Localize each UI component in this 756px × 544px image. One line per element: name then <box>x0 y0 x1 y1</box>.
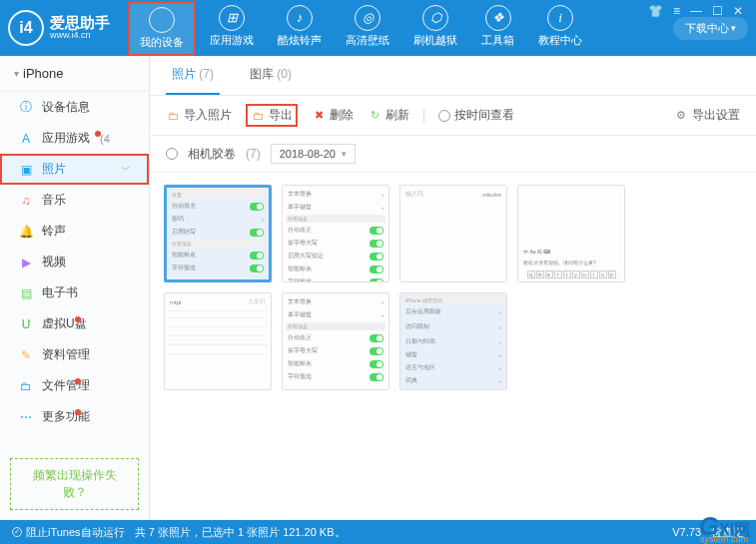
refresh-icon: ↻ <box>368 109 381 123</box>
sidebar-icon: ⋯ <box>18 409 34 425</box>
sidebar-label: 视频 <box>42 254 66 271</box>
delete-button[interactable]: ✖删除 <box>312 107 354 124</box>
camera-roll-label: 相机胶卷 <box>188 146 236 163</box>
notification-dot <box>75 409 81 415</box>
nav-label: 高清壁纸 <box>346 33 389 48</box>
logo-icon: i4 <box>8 10 44 46</box>
nav-label: 工具箱 <box>481 33 514 48</box>
status-bar: ✓阻止iTunes自动运行 共 7 张照片，已选中 1 张照片 121.20 K… <box>0 520 756 544</box>
block-itunes-toggle[interactable]: ✓阻止iTunes自动运行 <box>12 525 125 540</box>
photo-thumb[interactable]: 输入码mkulxs <box>399 185 507 282</box>
notification-dot <box>75 378 81 384</box>
sidebar-icon: ✎ <box>18 347 34 363</box>
download-center-button[interactable]: 下载中心▾ <box>673 17 748 40</box>
menu-button[interactable]: ≡ <box>670 4 683 18</box>
nav-item-2[interactable]: ♪酷炫铃声 <box>268 1 332 56</box>
sidebar-item-0[interactable]: ⓘ设备信息 <box>0 92 149 123</box>
sidebar-item-7[interactable]: U虚拟U盘 <box>0 308 149 339</box>
nav-label: 教程中心 <box>538 33 582 48</box>
content-tabs: 照片 (7)图库 (0) <box>150 56 756 96</box>
minimize-button[interactable]: — <box>687 4 705 18</box>
nav-icon: ❖ <box>485 5 511 31</box>
photo-thumb[interactable]: 中 Ao 简 ⌨ 教程才没有烦恼。请问有什么事? qwertyuiop <box>517 185 625 282</box>
nav-icon: ⬡ <box>422 5 448 31</box>
sidebar-icon: 🗀 <box>18 378 34 394</box>
sidebar-label: 文件管理 <box>42 377 90 394</box>
app-url: www.i4.cn <box>50 31 110 41</box>
sidebar-item-5[interactable]: ▶视频 <box>0 247 149 277</box>
nav-item-4[interactable]: ⬡刷机越狱 <box>403 1 467 56</box>
sidebar-label: 应用游戏 <box>42 130 90 147</box>
thumbnail-grid: 设置 自动填充 密码› 启用听写 所有键盘 智能标点 字符预览 文本替换› 单手… <box>150 173 756 520</box>
photo-thumb[interactable]: 文本替换› 单手键盘› 所有键盘 自动改正 首字母大写 启用大写锁定 智能标点 … <box>282 185 389 282</box>
nav-label: 应用游戏 <box>210 33 254 48</box>
sidebar-label: 资料管理 <box>42 346 90 363</box>
sidebar-item-2[interactable]: ▣照片﹀ <box>0 154 149 185</box>
chevron-down-icon: ﹀ <box>121 163 131 177</box>
sidebar-label: 设备信息 <box>42 99 90 116</box>
delete-icon: ✖ <box>312 109 326 123</box>
filter-row: 相机胶卷 (7) 2018-08-20▾ <box>150 136 756 173</box>
photo-thumb[interactable]: mtpl大家好 <box>164 292 272 390</box>
help-link[interactable]: 频繁出现操作失败？ <box>10 458 139 510</box>
top-nav: 我的设备⊞应用游戏♪酷炫铃声◎高清壁纸⬡刷机越狱❖工具箱i教程中心 <box>128 1 592 56</box>
notification-dot <box>95 131 101 137</box>
nav-icon: ♪ <box>287 5 313 31</box>
tab-0[interactable]: 照片 (7) <box>166 56 220 95</box>
device-name-label: iPhone <box>23 66 63 81</box>
skin-button[interactable]: 👕 <box>645 4 666 18</box>
export-settings-button[interactable]: ⚙导出设置 <box>674 107 740 124</box>
sidebar-item-3[interactable]: ♫音乐 <box>0 185 149 216</box>
sidebar-count: (4 <box>100 133 110 145</box>
camera-roll-radio[interactable] <box>166 148 178 160</box>
sidebar: ▾ iPhone ⓘ设备信息A应用游戏(4▣照片﹀♫音乐🔔铃声▶视频▤电子书U虚… <box>0 56 150 520</box>
sidebar-icon: ▤ <box>18 285 34 301</box>
sidebar-item-10[interactable]: ⋯更多功能 <box>0 401 149 432</box>
gear-icon: ⚙ <box>674 109 688 123</box>
photo-thumb[interactable]: 文本替换› 单手键盘› 所有键盘 自动改正 首字母大写 智能标点 字符预览 <box>282 292 389 390</box>
import-button[interactable]: 🗀导入照片 <box>166 107 232 124</box>
sidebar-icon: U <box>18 316 34 332</box>
sidebar-icon: A <box>18 131 34 147</box>
sidebar-label: 更多功能 <box>42 408 90 425</box>
app-title: 爱思助手 <box>50 15 110 32</box>
notification-dot <box>75 316 81 322</box>
maximize-button[interactable]: ☐ <box>709 4 726 18</box>
nav-item-3[interactable]: ◎高清壁纸 <box>336 1 399 56</box>
sidebar-item-4[interactable]: 🔔铃声 <box>0 216 149 247</box>
camera-roll-count: (7) <box>246 147 261 161</box>
status-info: 共 7 张照片，已选中 1 张照片 121.20 KB。 <box>135 525 346 540</box>
sidebar-label: 照片 <box>42 161 66 178</box>
sidebar-item-8[interactable]: ✎资料管理 <box>0 339 149 370</box>
view-by-time-button[interactable]: 按时间查看 <box>438 107 514 124</box>
sidebar-item-1[interactable]: A应用游戏(4 <box>0 123 149 154</box>
sidebar-label: 音乐 <box>42 192 66 209</box>
device-header[interactable]: ▾ iPhone <box>0 56 149 92</box>
photo-thumb[interactable]: iPhone 储存空间 后台应用刷新› 访问限制› 日期与时间› 键盘› 语言与… <box>399 292 507 390</box>
sidebar-item-9[interactable]: 🗀文件管理 <box>0 370 149 401</box>
sidebar-icon: 🔔 <box>18 224 34 240</box>
main-panel: 照片 (7)图库 (0) 🗀导入照片 🗀导出 ✖删除 ↻刷新 按时间查看 ⚙导出… <box>150 56 756 520</box>
nav-icon: i <box>547 5 573 31</box>
close-button[interactable]: ✕ <box>730 4 746 18</box>
nav-item-5[interactable]: ❖工具箱 <box>471 1 524 56</box>
nav-label: 我的设备 <box>140 35 184 50</box>
version-label: V7.73 <box>672 526 701 538</box>
refresh-button[interactable]: ↻刷新 <box>368 107 409 124</box>
nav-item-1[interactable]: ⊞应用游戏 <box>200 1 264 56</box>
sidebar-item-6[interactable]: ▤电子书 <box>0 277 149 308</box>
nav-item-0[interactable]: 我的设备 <box>128 1 196 56</box>
nav-label: 刷机越狱 <box>413 33 457 48</box>
export-button[interactable]: 🗀导出 <box>246 104 298 127</box>
tab-1[interactable]: 图库 (0) <box>244 56 298 95</box>
watermark-sub: system.com <box>700 534 748 544</box>
nav-item-6[interactable]: i教程中心 <box>528 1 592 56</box>
window-controls: 👕 ≡ — ☐ ✕ <box>645 4 746 18</box>
toolbar: 🗀导入照片 🗀导出 ✖删除 ↻刷新 按时间查看 ⚙导出设置 <box>150 96 756 136</box>
date-select[interactable]: 2018-08-20▾ <box>271 144 356 164</box>
app-header: i4 爱思助手 www.i4.cn 我的设备⊞应用游戏♪酷炫铃声◎高清壁纸⬡刷机… <box>0 0 756 56</box>
folder-import-icon: 🗀 <box>166 109 180 123</box>
nav-icon: ◎ <box>355 5 380 31</box>
nav-label: 酷炫铃声 <box>278 33 322 48</box>
photo-thumb[interactable]: 设置 自动填充 密码› 启用听写 所有键盘 智能标点 字符预览 <box>164 185 272 282</box>
